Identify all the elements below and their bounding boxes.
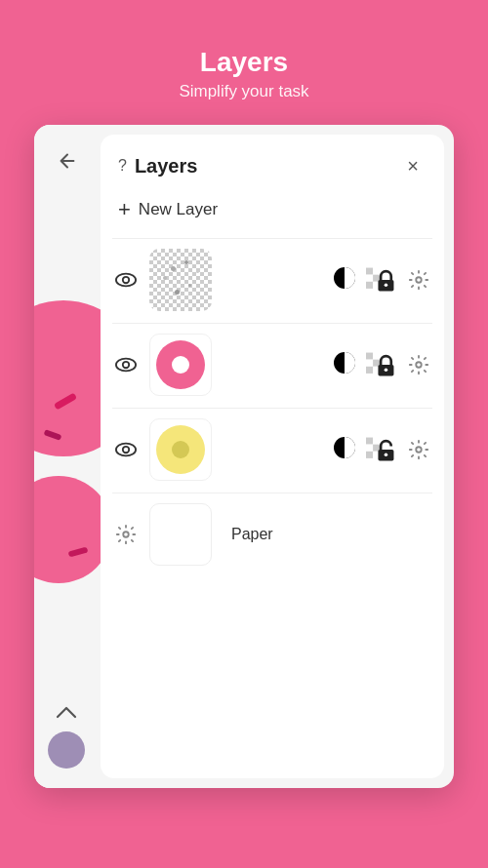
visibility-toggle-2[interactable] xyxy=(112,351,140,378)
paper-label: Paper xyxy=(231,526,273,542)
donut-hole-yellow xyxy=(172,441,189,458)
svg-rect-27 xyxy=(366,438,373,445)
paper-layer-row: Paper xyxy=(101,493,444,575)
table-row xyxy=(101,409,444,491)
svg-point-1 xyxy=(123,277,129,283)
alpha-lock-button-3[interactable] xyxy=(364,436,399,463)
visibility-toggle-3[interactable] xyxy=(112,436,140,463)
help-icon[interactable]: ? xyxy=(118,157,127,175)
layer-thumbnail-3[interactable] xyxy=(149,418,212,481)
layer-controls-1 xyxy=(331,264,432,296)
layer-controls-3 xyxy=(331,434,432,465)
visibility-toggle-1[interactable] xyxy=(112,266,140,294)
settings-button-1[interactable] xyxy=(405,266,432,294)
settings-button-3[interactable] xyxy=(405,436,432,463)
svg-point-36 xyxy=(123,532,129,537)
blend-icon-2 xyxy=(331,349,358,376)
back-icon xyxy=(57,150,78,172)
header-title: Layers xyxy=(179,47,308,78)
svg-point-11 xyxy=(416,277,422,283)
svg-rect-3 xyxy=(366,268,373,275)
gear-icon-1 xyxy=(408,269,429,291)
svg-point-24 xyxy=(116,444,136,456)
donut-thumb-pink xyxy=(156,340,205,389)
svg-rect-28 xyxy=(373,438,380,445)
eye-icon-1 xyxy=(115,272,137,288)
svg-point-25 xyxy=(123,447,129,453)
alpha-lock-icon-1 xyxy=(366,266,397,294)
svg-rect-19 xyxy=(366,367,373,374)
gear-icon-3 xyxy=(408,439,429,460)
blend-icon-3 xyxy=(331,434,358,461)
blend-mode-button-3[interactable] xyxy=(331,434,358,465)
alpha-lock-icon-2 xyxy=(366,351,397,378)
back-button[interactable] xyxy=(49,142,86,179)
eye-icon-3 xyxy=(115,442,137,457)
blend-mode-button-1[interactable] xyxy=(331,264,358,296)
svg-point-13 xyxy=(123,362,129,368)
svg-point-22 xyxy=(385,369,388,373)
blend-icon-1 xyxy=(331,264,358,292)
app-container: ? Layers × + New Layer xyxy=(34,125,454,788)
svg-point-35 xyxy=(416,447,422,453)
panel-title-area: ? Layers xyxy=(118,155,197,178)
chevron-up-button[interactable] xyxy=(56,701,77,724)
paper-label-wrapper: Paper xyxy=(231,526,273,543)
svg-point-10 xyxy=(385,284,388,288)
svg-rect-7 xyxy=(366,282,373,289)
svg-point-0 xyxy=(116,274,136,287)
new-layer-button[interactable]: + New Layer xyxy=(101,189,444,238)
sidebar-strip xyxy=(34,125,101,788)
paper-gear-icon xyxy=(115,524,137,545)
main-panel: ? Layers × + New Layer xyxy=(101,135,444,778)
svg-rect-15 xyxy=(366,353,373,360)
alpha-lock-icon-3 xyxy=(366,436,397,463)
layers-list: Paper xyxy=(101,239,444,778)
donut-thumb-yellow xyxy=(156,425,205,474)
bottom-area xyxy=(48,701,85,769)
paper-thumbnail[interactable] xyxy=(149,503,212,566)
blend-mode-button-2[interactable] xyxy=(331,349,358,380)
close-button[interactable]: × xyxy=(399,152,427,179)
eye-icon-2 xyxy=(115,357,137,373)
svg-rect-17 xyxy=(366,360,373,367)
svg-point-12 xyxy=(116,359,136,372)
paper-settings-button[interactable] xyxy=(112,521,140,548)
new-layer-label: New Layer xyxy=(139,200,218,219)
dots-pattern xyxy=(149,249,212,311)
header: Layers Simplify your task xyxy=(179,0,308,125)
header-subtitle: Simplify your task xyxy=(179,82,308,101)
donut-hole xyxy=(172,356,189,374)
svg-rect-29 xyxy=(366,445,373,452)
bg-circle-2 xyxy=(34,476,104,583)
svg-rect-4 xyxy=(373,268,380,275)
panel-title: Layers xyxy=(135,155,198,178)
plus-icon: + xyxy=(118,197,131,222)
svg-rect-16 xyxy=(373,353,380,360)
chevron-up-icon xyxy=(56,705,77,719)
settings-button-2[interactable] xyxy=(405,351,432,378)
table-row xyxy=(101,239,444,321)
color-circle[interactable] xyxy=(48,731,85,769)
gear-icon-2 xyxy=(408,354,429,375)
table-row xyxy=(101,324,444,406)
alpha-lock-button-1[interactable] xyxy=(364,266,399,294)
bg-art xyxy=(34,281,104,671)
svg-rect-31 xyxy=(366,452,373,458)
svg-point-34 xyxy=(385,454,388,457)
layer-controls-2 xyxy=(331,349,432,380)
panel-header: ? Layers × xyxy=(101,135,444,189)
layer-thumbnail-1[interactable] xyxy=(149,249,212,311)
layer-thumbnail-2[interactable] xyxy=(149,334,212,396)
svg-rect-5 xyxy=(366,275,373,282)
svg-point-23 xyxy=(416,362,422,368)
alpha-lock-button-2[interactable] xyxy=(364,351,399,378)
